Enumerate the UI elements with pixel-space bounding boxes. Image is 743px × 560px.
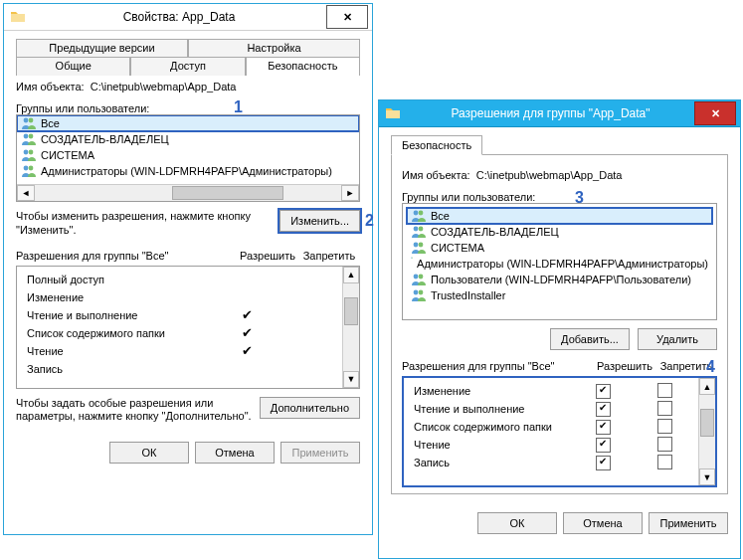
users-icon [411, 241, 427, 255]
svg-point-2 [24, 134, 29, 139]
advanced-button[interactable]: Дополнительно [260, 397, 360, 419]
svg-point-8 [414, 211, 419, 216]
allow-mark: ✔ [216, 308, 278, 321]
scrollbar-thumb[interactable] [344, 297, 358, 325]
allow-mark: ✔ [216, 344, 278, 357]
edit-button[interactable]: Изменить... [279, 210, 360, 232]
advanced-note: Чтобы задать особые разрешения или парам… [16, 397, 252, 425]
allow-checkbox[interactable] [572, 438, 634, 453]
groups-listbox[interactable]: ВсеСОЗДАТЕЛЬ-ВЛАДЕЛЕЦСИСТЕМААдминистрато… [402, 203, 717, 320]
perm-name: Чтение и выполнение [23, 309, 216, 321]
scroll-right-icon[interactable]: ► [341, 185, 359, 201]
tab-security[interactable]: Безопасность [246, 57, 360, 76]
add-button[interactable]: Добавить... [550, 328, 630, 350]
close-button[interactable]: ✕ [326, 5, 368, 29]
scroll-down-icon[interactable]: ▼ [343, 371, 359, 388]
deny-checkbox[interactable] [634, 383, 695, 400]
group-name: СОЗДАТЕЛЬ-ВЛАДЕЛЕЦ [431, 226, 559, 238]
ok-button[interactable]: ОК [109, 442, 189, 464]
perm-name: Список содержимого папки [410, 421, 572, 433]
group-name: Все [41, 117, 60, 129]
group-item[interactable]: Администраторы (WIN-LDFMRH4PAFP\Админист… [17, 163, 359, 179]
group-item[interactable]: СИСТЕМА [407, 240, 712, 256]
edit-note: Чтобы изменить разрешения, нажмите кнопк… [16, 210, 272, 238]
object-path: C:\inetpub\webmap\App_Data [476, 169, 623, 181]
tab-security[interactable]: Безопасность [391, 135, 482, 155]
group-item[interactable]: Администраторы (WIN-LDFMRH4PAFP\Админист… [407, 256, 712, 272]
apply-button[interactable]: Применить [649, 512, 728, 534]
svg-point-7 [29, 166, 34, 171]
deny-checkbox[interactable] [634, 419, 695, 436]
ok-button[interactable]: ОК [477, 512, 557, 534]
group-item[interactable]: СОЗДАТЕЛЬ-ВЛАДЕЛЕЦ [407, 224, 712, 240]
group-name: Администраторы (WIN-LDFMRH4PAFP\Админист… [41, 165, 332, 177]
allow-checkbox[interactable] [572, 456, 634, 470]
object-path: C:\inetpub\webmap\App_Data [91, 81, 237, 93]
object-label: Имя объекта: [402, 169, 470, 181]
group-name: СИСТЕМА [431, 242, 484, 254]
deny-checkbox[interactable] [634, 455, 695, 471]
permission-row: Запись [23, 360, 339, 378]
users-icon [411, 225, 427, 239]
deny-checkbox[interactable] [634, 401, 695, 418]
svg-point-9 [419, 211, 424, 216]
permission-row: Чтение✔ [23, 342, 339, 360]
scrollbar-vertical[interactable]: ▲ ▼ [342, 267, 359, 388]
cancel-button[interactable]: Отмена [195, 442, 275, 464]
scroll-up-icon[interactable]: ▲ [699, 378, 715, 395]
scroll-up-icon[interactable]: ▲ [343, 267, 359, 283]
users-icon [21, 116, 37, 130]
perm-name: Запись [410, 457, 572, 468]
permission-row: Запись [410, 454, 695, 471]
svg-point-3 [29, 134, 34, 139]
scrollbar-thumb[interactable] [172, 186, 283, 200]
scrollbar-thumb[interactable] [700, 409, 714, 437]
deny-checkbox[interactable] [634, 437, 695, 454]
titlebar[interactable]: Свойства: App_Data ✕ [4, 4, 372, 31]
group-item[interactable]: Все [407, 208, 712, 224]
allow-checkbox[interactable] [572, 420, 634, 435]
apply-button[interactable]: Применить [280, 442, 360, 464]
deny-header: Запретить [298, 250, 360, 262]
svg-point-17 [419, 275, 424, 280]
svg-point-16 [414, 275, 419, 280]
groups-label: Группы или пользователи: [16, 102, 360, 114]
permissions-window: Разрешения для группы "App_Data" ✕ Безоп… [378, 99, 741, 559]
perm-name: Запись [23, 363, 216, 375]
group-name: Администраторы (WIN-LDFMRH4PAFP\Админист… [417, 258, 708, 270]
scroll-left-icon[interactable]: ◄ [17, 185, 35, 201]
groups-listbox[interactable]: ВсеСОЗДАТЕЛЬ-ВЛАДЕЛЕЦСИСТЕМААдминистрато… [16, 114, 360, 202]
tab-customize[interactable]: Настройка [188, 39, 360, 58]
permission-row: Чтение [410, 436, 695, 454]
close-button[interactable]: ✕ [694, 101, 736, 125]
permission-row: Изменение [23, 288, 339, 306]
group-item[interactable]: СИСТЕМА [17, 147, 359, 163]
users-icon [21, 148, 37, 162]
svg-point-4 [24, 150, 29, 155]
titlebar[interactable]: Разрешения для группы "App_Data" ✕ [379, 100, 740, 127]
allow-checkbox[interactable] [572, 402, 634, 417]
scrollbar-vertical[interactable]: ▲ ▼ [698, 378, 715, 485]
scroll-down-icon[interactable]: ▼ [699, 468, 715, 485]
users-icon [21, 132, 37, 146]
group-item[interactable]: Все [17, 115, 359, 131]
scrollbar-horizontal[interactable]: ◄ ► [17, 184, 359, 201]
users-icon [21, 164, 37, 178]
group-name: Пользователи (WIN-LDFMRH4PAFP\Пользовате… [431, 274, 691, 285]
group-name: TrustedInstaller [431, 289, 505, 301]
group-item[interactable]: СОЗДАТЕЛЬ-ВЛАДЕЛЕЦ [17, 131, 359, 147]
svg-point-15 [412, 257, 413, 258]
users-icon [411, 273, 427, 286]
tab-prev-versions[interactable]: Предыдущие версии [16, 39, 188, 58]
tab-sharing[interactable]: Доступ [130, 57, 245, 76]
group-item[interactable]: TrustedInstaller [407, 287, 712, 303]
cancel-button[interactable]: Отмена [563, 512, 643, 534]
remove-button[interactable]: Удалить [638, 328, 717, 350]
tab-general[interactable]: Общие [16, 57, 130, 76]
perm-group-label: Разрешения для группы "Все" [402, 360, 594, 372]
svg-point-13 [419, 243, 424, 248]
group-item[interactable]: Пользователи (WIN-LDFMRH4PAFP\Пользовате… [407, 272, 712, 287]
permission-row: Чтение и выполнение [410, 400, 695, 418]
allow-checkbox[interactable] [572, 384, 634, 399]
tabs: Предыдущие версии Настройка Общие Доступ… [16, 39, 360, 75]
